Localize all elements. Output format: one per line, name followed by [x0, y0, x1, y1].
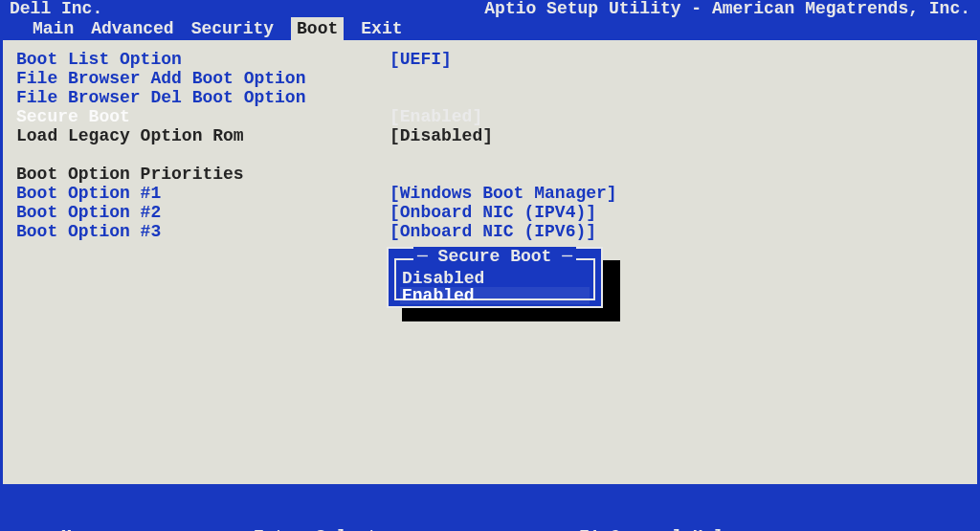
setting-value: [Onboard NIC (IPV6)] [390, 222, 596, 241]
setting-load-legacy[interactable]: Load Legacy Option Rom [Disabled] [16, 126, 964, 145]
utility-title: Aptio Setup Utility - American Megatrend… [484, 0, 970, 17]
popup-option-disabled[interactable]: Disabled [400, 270, 590, 287]
setting-file-del[interactable]: File Browser Del Boot Option [16, 88, 964, 107]
setting-file-add[interactable]: File Browser Add Boot Option [16, 69, 964, 88]
boot-priorities-header: Boot Option Priorities [16, 165, 964, 184]
tab-main[interactable]: Main [33, 17, 74, 40]
bios-header: Dell Inc. Aptio Setup Utility - American… [0, 0, 980, 40]
footer-help-bar: ↑↓←→:Move F9:Load Defaults Enter:Select … [0, 487, 980, 531]
hint-select: Enter:Select [254, 527, 579, 531]
popup-option-enabled[interactable]: Enabled [400, 287, 590, 304]
hint-move: ↑↓←→:Move [10, 527, 254, 531]
tab-advanced[interactable]: Advanced [91, 17, 173, 40]
secure-boot-popup: ─ Secure Boot ─ Disabled Enabled [387, 247, 603, 308]
setting-label: Boot Option #1 [16, 184, 390, 203]
tab-boot[interactable]: Boot [291, 17, 344, 40]
setting-label: File Browser Del Boot Option [16, 88, 390, 107]
boot-option-2[interactable]: Boot Option #2 [Onboard NIC (IPV4)] [16, 203, 964, 222]
setting-label: Boot Option #2 [16, 203, 390, 222]
setting-label: Boot List Option [16, 50, 390, 69]
boot-option-1[interactable]: Boot Option #1 [Windows Boot Manager] [16, 184, 964, 203]
setting-label: File Browser Add Boot Option [16, 69, 390, 88]
setting-value: [Disabled] [390, 126, 493, 145]
hint-help: F1:General Help [579, 527, 734, 531]
tab-bar: Main Advanced Security Boot Exit [4, 17, 976, 40]
setting-secure-boot[interactable]: Secure Boot [Enabled] [16, 107, 964, 126]
section-header: Boot Option Priorities [16, 165, 390, 184]
setting-boot-list-option[interactable]: Boot List Option [UEFI] [16, 50, 964, 69]
setting-value: [UEFI] [390, 50, 452, 69]
setting-value: [Enabled] [390, 107, 482, 126]
setting-value: [Onboard NIC (IPV4)] [390, 203, 596, 222]
boot-option-3[interactable]: Boot Option #3 [Onboard NIC (IPV6)] [16, 222, 964, 241]
setting-label: Secure Boot [16, 107, 390, 126]
setting-label: Boot Option #3 [16, 222, 390, 241]
tab-exit[interactable]: Exit [361, 17, 402, 40]
vendor-label: Dell Inc. [10, 0, 102, 17]
setting-label: Load Legacy Option Rom [16, 126, 390, 145]
tab-security[interactable]: Security [191, 17, 274, 40]
setting-value: [Windows Boot Manager] [390, 184, 617, 203]
popup-title: ─ Secure Boot ─ [389, 248, 601, 265]
